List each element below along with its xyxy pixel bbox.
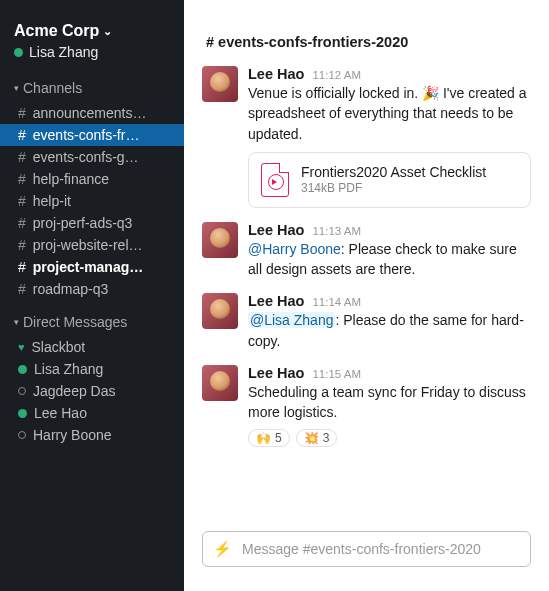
- caret-down-icon: ▾: [14, 83, 19, 93]
- message-time: 11:14 AM: [312, 296, 361, 308]
- message-input[interactable]: [242, 541, 520, 557]
- dm-item[interactable]: Lisa Zhang: [0, 358, 184, 380]
- hash-icon: #: [18, 237, 26, 253]
- chevron-down-icon: ⌄: [103, 25, 112, 38]
- heart-icon: ♥: [18, 341, 25, 353]
- hash-icon: #: [18, 127, 26, 143]
- message-time: 11:13 AM: [312, 225, 361, 237]
- dm-label: Lisa Zhang: [34, 361, 103, 377]
- message-body: Lee Hao 11:12 AM Venue is officially loc…: [248, 66, 531, 208]
- dms-section-toggle[interactable]: ▾ Direct Messages: [0, 300, 184, 336]
- attachment-meta: 314kB PDF: [301, 181, 486, 195]
- channel-label: proj-perf-ads-q3: [33, 215, 133, 231]
- message-text: Scheduling a team sync for Friday to dis…: [248, 382, 531, 423]
- channel-item[interactable]: #help-finance: [0, 168, 184, 190]
- message: Lee Hao 11:13 AM @Harry Boone: Please ch…: [202, 216, 531, 288]
- hash-icon: #: [18, 171, 26, 187]
- message-text: @Lisa Zhang: Please do the same for hard…: [248, 310, 531, 351]
- file-attachment[interactable]: Frontiers2020 Asset Checklist 314kB PDF: [248, 152, 531, 208]
- avatar[interactable]: [202, 222, 238, 258]
- reaction-bar: 🙌 5 💥 3: [248, 429, 531, 447]
- avatar[interactable]: [202, 293, 238, 329]
- presence-online-icon: [14, 48, 23, 57]
- hash-icon: #: [18, 215, 26, 231]
- pdf-icon: [261, 163, 289, 197]
- channel-item-unread[interactable]: #project-manag…: [0, 256, 184, 278]
- channel-title[interactable]: # events-confs-frontiers-2020: [206, 34, 527, 50]
- attachment-title: Frontiers2020 Asset Checklist: [301, 164, 486, 180]
- presence-offline-icon: [18, 431, 26, 439]
- message-sender[interactable]: Lee Hao: [248, 365, 304, 381]
- message-list: Lee Hao 11:12 AM Venue is officially loc…: [184, 60, 549, 525]
- presence-offline-icon: [18, 387, 26, 395]
- channel-header: # events-confs-frontiers-2020: [184, 0, 549, 60]
- hash-icon: #: [18, 149, 26, 165]
- presence-online-icon: [18, 365, 27, 374]
- message-sender[interactable]: Lee Hao: [248, 222, 304, 238]
- workspace-name: Acme Corp: [14, 22, 99, 40]
- message-body: Lee Hao 11:14 AM @Lisa Zhang: Please do …: [248, 293, 531, 351]
- presence-online-icon: [18, 409, 27, 418]
- hash-icon: #: [18, 259, 26, 275]
- message-body: Lee Hao 11:13 AM @Harry Boone: Please ch…: [248, 222, 531, 280]
- avatar[interactable]: [202, 365, 238, 401]
- reaction[interactable]: 💥 3: [296, 429, 338, 447]
- current-user-name: Lisa Zhang: [29, 44, 98, 60]
- composer-area: ⚡: [184, 525, 549, 591]
- current-user[interactable]: Lisa Zhang: [14, 44, 170, 60]
- dm-item[interactable]: Jagdeep Das: [0, 380, 184, 402]
- dms-section-label: Direct Messages: [23, 314, 127, 330]
- emoji-raised-hands-icon: 🙌: [256, 431, 271, 445]
- message-time: 11:12 AM: [312, 69, 361, 81]
- reaction-count: 5: [275, 431, 282, 445]
- hash-icon: #: [18, 281, 26, 297]
- channel-item[interactable]: #roadmap-q3: [0, 278, 184, 300]
- hash-icon: #: [18, 105, 26, 121]
- channel-item[interactable]: #announcements…: [0, 102, 184, 124]
- reaction[interactable]: 🙌 5: [248, 429, 290, 447]
- channel-label: announcements…: [33, 105, 147, 121]
- channel-label: events-confs-fr…: [33, 127, 140, 143]
- channel-label: help-it: [33, 193, 71, 209]
- message: Lee Hao 11:12 AM Venue is officially loc…: [202, 60, 531, 216]
- app-root: Acme Corp ⌄ Lisa Zhang ▾ Channels #annou…: [0, 0, 549, 591]
- dm-item[interactable]: Lee Hao: [0, 402, 184, 424]
- caret-down-icon: ▾: [14, 317, 19, 327]
- channel-item-active[interactable]: #events-confs-fr…: [0, 124, 184, 146]
- dm-label: Jagdeep Das: [33, 383, 116, 399]
- dm-label: Lee Hao: [34, 405, 87, 421]
- workspace-switcher[interactable]: Acme Corp ⌄: [14, 22, 170, 40]
- channel-item[interactable]: #help-it: [0, 190, 184, 212]
- dm-label: Slackbot: [32, 339, 86, 355]
- message-text: Venue is officially locked in. 🎉 I've cr…: [248, 83, 531, 144]
- avatar[interactable]: [202, 66, 238, 102]
- channel-label: proj-website-rel…: [33, 237, 143, 253]
- dm-label: Harry Boone: [33, 427, 112, 443]
- message-text: @Harry Boone: Please check to make sure …: [248, 239, 531, 280]
- emoji-boom-icon: 💥: [304, 431, 319, 445]
- dm-item[interactable]: Harry Boone: [0, 424, 184, 446]
- channel-item[interactable]: #events-confs-g…: [0, 146, 184, 168]
- dm-item[interactable]: ♥Slackbot: [0, 336, 184, 358]
- channel-label: roadmap-q3: [33, 281, 109, 297]
- user-mention-self[interactable]: @Lisa Zhang: [248, 312, 335, 328]
- channel-item[interactable]: #proj-website-rel…: [0, 234, 184, 256]
- shortcuts-bolt-icon[interactable]: ⚡: [213, 540, 232, 558]
- message-composer[interactable]: ⚡: [202, 531, 531, 567]
- reaction-count: 3: [323, 431, 330, 445]
- message-sender[interactable]: Lee Hao: [248, 66, 304, 82]
- channels-section-toggle[interactable]: ▾ Channels: [0, 66, 184, 102]
- channel-label: help-finance: [33, 171, 109, 187]
- channel-label: project-manag…: [33, 259, 143, 275]
- message-body: Lee Hao 11:15 AM Scheduling a team sync …: [248, 365, 531, 447]
- message: Lee Hao 11:15 AM Scheduling a team sync …: [202, 359, 531, 455]
- channel-item[interactable]: #proj-perf-ads-q3: [0, 212, 184, 234]
- channel-list: #announcements… #events-confs-fr… #event…: [0, 102, 184, 300]
- user-mention[interactable]: @Harry Boone: [248, 241, 341, 257]
- message-sender[interactable]: Lee Hao: [248, 293, 304, 309]
- message: Lee Hao 11:14 AM @Lisa Zhang: Please do …: [202, 287, 531, 359]
- hash-icon: #: [18, 193, 26, 209]
- main-pane: # events-confs-frontiers-2020 Lee Hao 11…: [184, 0, 549, 591]
- workspace-header: Acme Corp ⌄ Lisa Zhang: [0, 22, 184, 66]
- channels-section-label: Channels: [23, 80, 82, 96]
